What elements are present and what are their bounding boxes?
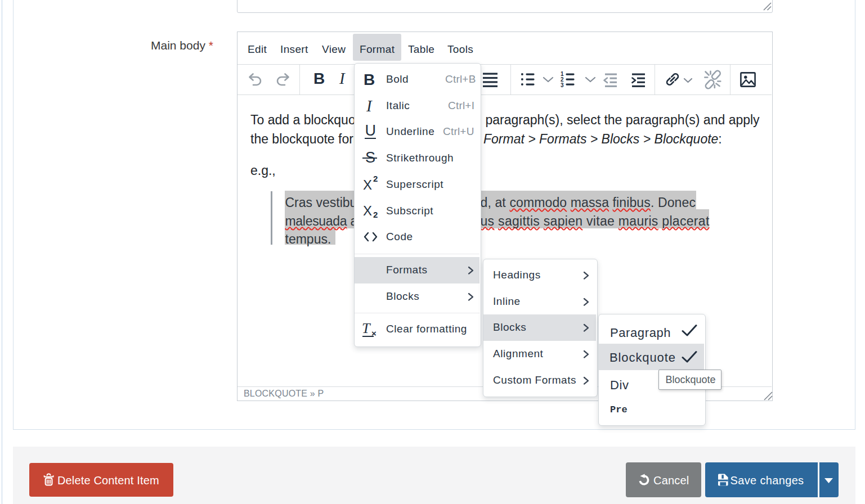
svg-text:3: 3 <box>561 82 564 88</box>
